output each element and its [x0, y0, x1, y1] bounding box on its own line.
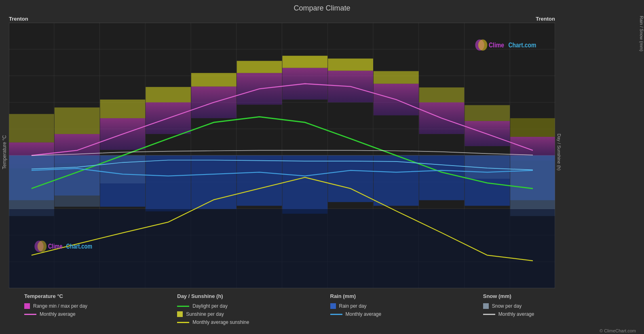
legend-label-temp-range: Range min / max per day — [33, 303, 87, 309]
city-label-left: Trenton — [9, 16, 28, 22]
svg-rect-38 — [237, 61, 282, 73]
legend-title-snow: Snow (mm) — [483, 293, 636, 299]
legend-line-temp-avg — [24, 314, 36, 315]
chart-title: Compare Climate — [0, 4, 644, 13]
svg-rect-35 — [100, 100, 145, 118]
legend-label-rain-avg: Monthly average — [346, 311, 382, 317]
svg-rect-37 — [191, 73, 236, 86]
city-label-right: Trenton — [536, 16, 555, 22]
legend-line-daylight — [177, 306, 189, 307]
svg-rect-40 — [328, 59, 373, 71]
svg-point-97 — [38, 241, 46, 252]
legend-col-sunshine: Day / Sunshine (h) Daylight per day Suns… — [177, 293, 330, 325]
legend-box-temp-range — [24, 303, 30, 309]
legend-label-sunshine: Sunshine per day — [186, 311, 224, 317]
legend-item-snow-avg: Monthly average — [483, 311, 636, 317]
svg-rect-43 — [465, 105, 510, 121]
svg-rect-53 — [374, 155, 419, 206]
svg-rect-61 — [510, 155, 555, 216]
svg-rect-49 — [191, 155, 236, 209]
legend-box-rain — [330, 303, 336, 309]
svg-rect-36 — [146, 87, 191, 102]
svg-rect-34 — [55, 107, 100, 134]
legend-line-rain-avg — [330, 314, 342, 315]
legend-area: Temperature °C Range min / max per day M… — [0, 288, 644, 328]
svg-text:Clime: Clime — [48, 243, 62, 250]
right-axis-sunshine-label: Day / Sunshine (h) — [557, 134, 562, 170]
legend-title-rain: Rain (mm) — [330, 293, 483, 299]
left-axis-label: Temperature °C — [0, 16, 9, 288]
svg-rect-44 — [510, 118, 555, 137]
right-axis-rain-label: Rain / Snow (mm) — [605, 16, 644, 51]
svg-rect-42 — [419, 87, 465, 102]
svg-rect-58 — [55, 155, 100, 207]
svg-text:Chart.com: Chart.com — [508, 41, 536, 49]
svg-rect-48 — [146, 155, 191, 211]
legend-title-sunshine: Day / Sunshine (h) — [177, 293, 330, 299]
legend-item-rain-day: Rain per day — [330, 303, 483, 309]
legend-col-temperature: Temperature °C Range min / max per day M… — [24, 293, 177, 325]
legend-label-daylight: Daylight per day — [192, 303, 228, 309]
legend-item-snow-day: Snow per day — [483, 303, 636, 309]
legend-label-snow: Snow per day — [492, 303, 522, 309]
legend-label-temp-avg: Monthly average — [40, 311, 76, 317]
copyright-text: © ClimeChart.com — [0, 328, 644, 334]
svg-rect-39 — [282, 56, 327, 68]
legend-item-sunshine-avg: Monthly average sunshine — [177, 319, 330, 325]
legend-col-snow: Snow (mm) Snow per day Monthly average — [483, 293, 636, 325]
legend-line-snow-avg — [483, 314, 495, 315]
legend-col-rain: Rain (mm) Rain per day Monthly average — [330, 293, 483, 325]
right-axis-sunshine: Day / Sunshine (h) — [555, 16, 604, 288]
svg-rect-51 — [282, 155, 327, 214]
svg-rect-41 — [374, 71, 419, 84]
legend-item-temp-avg: Monthly average — [24, 311, 177, 317]
legend-title-temperature: Temperature °C — [24, 293, 177, 299]
legend-label-rain: Rain per day — [339, 303, 367, 309]
svg-text:Chart.com: Chart.com — [66, 243, 92, 250]
svg-rect-52 — [328, 155, 373, 202]
legend-box-snow — [483, 303, 489, 309]
right-axis-rain: Rain / Snow (mm) — [604, 16, 644, 288]
svg-text:Clime: Clime — [489, 41, 504, 49]
chart-canvas: 50 40 30 20 10 0 -10 -20 -30 -40 -50 Jan… — [9, 23, 555, 288]
legend-item-temp-range: Range min / max per day — [24, 303, 177, 309]
svg-rect-33 — [9, 114, 54, 143]
svg-rect-59 — [100, 155, 145, 183]
svg-rect-57 — [9, 155, 54, 216]
svg-point-101 — [478, 39, 487, 51]
legend-label-snow-avg: Monthly average — [498, 311, 534, 317]
legend-item-rain-avg: Monthly average — [330, 311, 483, 317]
legend-item-daylight: Daylight per day — [177, 303, 330, 309]
svg-rect-54 — [419, 155, 465, 200]
legend-line-sunshine-avg — [177, 322, 189, 323]
svg-rect-50 — [237, 155, 282, 206]
legend-label-sunshine-avg: Monthly average sunshine — [192, 319, 249, 325]
legend-box-sunshine — [177, 311, 183, 317]
legend-item-sunshine-day: Sunshine per day — [177, 311, 330, 317]
